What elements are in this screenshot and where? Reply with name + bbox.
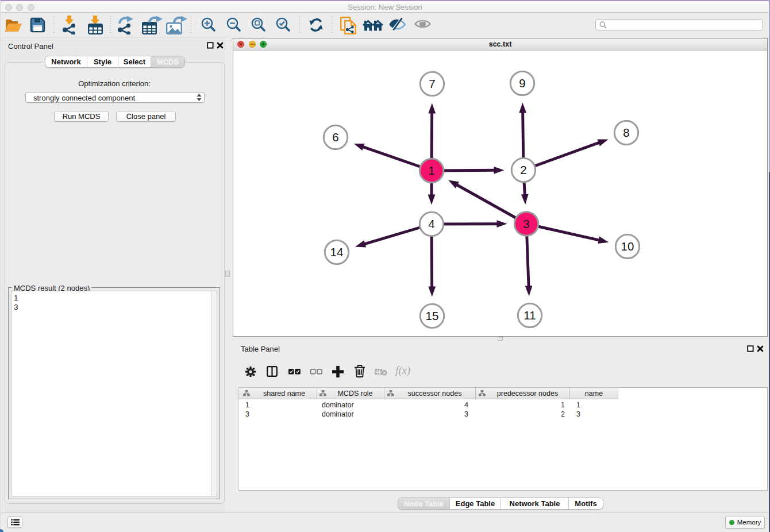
svg-text:15: 15 bbox=[426, 309, 439, 322]
svg-text:7: 7 bbox=[429, 77, 435, 90]
svg-text:4: 4 bbox=[428, 217, 434, 230]
svg-text:11: 11 bbox=[523, 309, 536, 322]
svg-text:3: 3 bbox=[523, 217, 529, 230]
svg-text:14: 14 bbox=[330, 245, 344, 259]
svg-text:6: 6 bbox=[332, 130, 338, 144]
svg-text:10: 10 bbox=[621, 240, 634, 253]
svg-text:8: 8 bbox=[623, 126, 629, 139]
svg-text:1: 1 bbox=[428, 164, 434, 177]
svg-text:2: 2 bbox=[520, 163, 526, 176]
svg-text:9: 9 bbox=[519, 76, 525, 90]
